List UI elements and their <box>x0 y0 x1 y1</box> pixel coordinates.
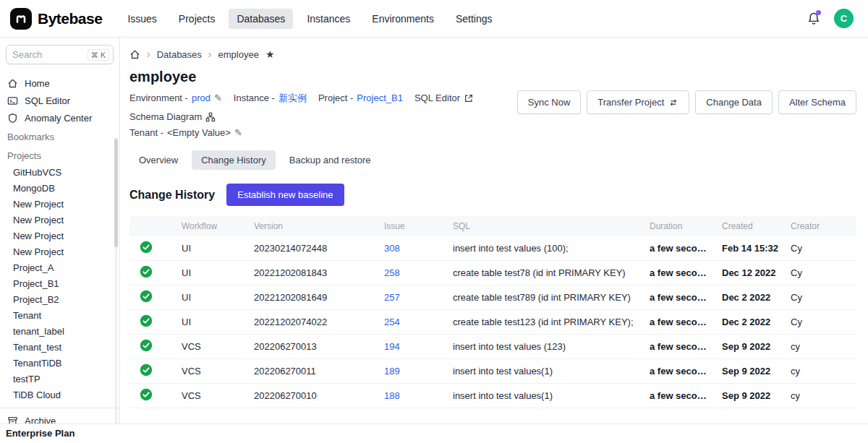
sidebar-item-archive[interactable]: Archive <box>0 412 119 423</box>
nav-databases[interactable]: Databases <box>229 9 293 29</box>
nav-settings[interactable]: Settings <box>448 9 501 29</box>
success-check-icon <box>140 290 153 303</box>
cell-created: Feb 14 15:32 <box>716 236 785 261</box>
cell-version: 20221202081843 <box>248 261 378 285</box>
project-link[interactable]: Project_B1 <box>357 90 403 106</box>
project-label: tenant_label <box>13 326 64 337</box>
breadcrumb-employee[interactable]: employee <box>218 49 259 60</box>
sidebar: Search ⌘ K Home SQL Editor Anomaly Cente… <box>0 38 120 423</box>
instance-link[interactable]: 新实例 <box>278 90 307 106</box>
body-row: Search ⌘ K Home SQL Editor Anomaly Cente… <box>0 38 868 423</box>
nav-projects[interactable]: Projects <box>171 9 224 29</box>
table-row[interactable]: UI 20221202081649 257 create table test7… <box>129 285 856 310</box>
brand[interactable]: Bytebase <box>10 8 102 30</box>
sidebar-project-item[interactable]: TenantTiDB <box>0 355 119 371</box>
table-row[interactable]: UI 20221202081843 258 create table test7… <box>129 261 856 285</box>
breadcrumb-databases[interactable]: Databases <box>157 49 202 60</box>
sidebar-project-item[interactable]: MongoDB <box>0 180 119 196</box>
cell-creator: cy <box>785 335 856 359</box>
notification-dot <box>816 10 821 15</box>
cell-created: Dec 2 2022 <box>716 285 785 310</box>
external-link-icon <box>464 93 474 103</box>
bookmark-star-icon[interactable]: ★ <box>265 48 275 60</box>
search-input[interactable]: Search ⌘ K <box>6 45 114 64</box>
cell-created: Sep 9 2022 <box>716 384 785 408</box>
instance-meta: Instance - 新实例 <box>234 90 307 106</box>
table-body: UI 20230214072448 308 insert into test v… <box>129 236 856 408</box>
establish-baseline-button[interactable]: Establish new baseline <box>226 184 344 206</box>
sidebar-item-anomaly-center[interactable]: Anomaly Center <box>0 109 119 126</box>
cell-sql: create table test789 (id int PRIMARY KEY… <box>447 285 644 310</box>
cell-created: Sep 9 2022 <box>716 335 785 359</box>
page-actions: Sync Now Transfer Project Change Data Al… <box>517 90 856 114</box>
transfer-arrows-icon <box>668 98 678 108</box>
sidebar-section-projects: Projects <box>0 145 119 164</box>
success-check-icon <box>140 339 153 352</box>
table-row[interactable]: UI 20221202074022 254 create table test1… <box>129 310 856 335</box>
sidebar-project-item[interactable]: Tenant <box>0 307 119 323</box>
table-row[interactable]: VCS 202206270011 189 insert into test va… <box>129 359 856 384</box>
sql-editor-link[interactable]: SQL Editor <box>414 90 474 106</box>
schema-diagram-link[interactable]: Schema Diagram <box>129 109 216 125</box>
issue-link[interactable]: 254 <box>378 310 447 335</box>
tab-change-history[interactable]: Change History <box>192 150 276 170</box>
sidebar-project-item[interactable]: Project_B1 <box>0 275 119 291</box>
breadcrumb: › Databases › employee ★ <box>129 45 856 64</box>
project-label: GitHubVCS <box>13 167 61 178</box>
environment-link[interactable]: prod <box>192 90 210 106</box>
project-label: testTP <box>13 374 41 384</box>
project-label: TenantTiDB <box>13 358 61 369</box>
transfer-project-button[interactable]: Transfer Project <box>587 90 689 114</box>
sidebar-project-item[interactable]: New Project <box>0 212 119 228</box>
sidebar-project-item[interactable]: Project_B2 <box>0 291 119 307</box>
edit-pencil-icon[interactable]: ✎ <box>214 90 222 106</box>
plan-label: Enterprise Plan <box>6 428 75 439</box>
table-row[interactable]: UI 20230214072448 308 insert into test v… <box>129 236 856 261</box>
sidebar-project-item[interactable]: Project_A <box>0 259 119 275</box>
sidebar-project-item[interactable]: TiDB Cloud <box>0 387 119 403</box>
project-label: Project_B1 <box>13 278 59 289</box>
sidebar-project-item[interactable]: New Project <box>0 228 119 244</box>
table-row[interactable]: VCS 202206270013 194 insert into test va… <box>129 335 856 359</box>
sidebar-project-item[interactable]: GitHubVCS <box>0 164 119 180</box>
nav-instances[interactable]: Instances <box>299 9 358 29</box>
brand-name: Bytebase <box>38 10 102 27</box>
sidebar-scrollbar[interactable] <box>114 139 118 247</box>
sidebar-project-item[interactable]: New Project <box>0 196 119 212</box>
home-icon[interactable] <box>129 49 140 60</box>
cell-creator: cy <box>785 359 856 384</box>
sync-now-button[interactable]: Sync Now <box>517 90 582 114</box>
cell-creator: cy <box>785 384 856 408</box>
cell-version: 20230214072448 <box>248 236 378 261</box>
sidebar-project-item[interactable]: New Project <box>0 244 119 259</box>
table-row[interactable]: VCS 202206270010 188 insert into test va… <box>129 384 856 408</box>
avatar[interactable]: C <box>834 9 854 28</box>
cell-creator: Cy <box>785 236 856 261</box>
issue-link[interactable]: 188 <box>378 384 447 408</box>
col-workflow: Workflow <box>176 216 248 236</box>
tab-backup-restore[interactable]: Backup and restore <box>280 150 380 170</box>
issue-link[interactable]: 258 <box>378 261 447 285</box>
sidebar-item-sql-editor[interactable]: SQL Editor <box>0 92 119 109</box>
project-label: TiDB Cloud <box>13 390 61 400</box>
notification-bell-icon[interactable] <box>807 12 821 26</box>
project-label: Tenant_test <box>13 342 61 353</box>
nav-issues[interactable]: Issues <box>119 9 164 29</box>
archive-section: Archive <box>0 408 119 423</box>
nav-environments[interactable]: Environments <box>364 9 442 29</box>
issue-link[interactable]: 308 <box>378 236 447 261</box>
project-label: Project_A <box>13 262 54 273</box>
sidebar-project-item[interactable]: testTP <box>0 371 119 387</box>
sidebar-project-item[interactable]: tenant_label <box>0 323 119 339</box>
issue-link[interactable]: 257 <box>378 285 447 310</box>
tab-overview[interactable]: Overview <box>129 150 187 170</box>
change-data-button[interactable]: Change Data <box>695 90 773 114</box>
issue-link[interactable]: 189 <box>378 359 447 384</box>
sidebar-project-item[interactable]: Tenant_test <box>0 339 119 355</box>
edit-pencil-icon[interactable]: ✎ <box>234 125 242 141</box>
issue-link[interactable]: 194 <box>378 335 447 359</box>
sidebar-item-home[interactable]: Home <box>0 74 119 92</box>
database-meta: Environment - prod ✎ Instance - 新实例 Proj… <box>129 90 517 141</box>
button-label: Alter Schema <box>789 97 846 108</box>
alter-schema-button[interactable]: Alter Schema <box>778 90 856 114</box>
